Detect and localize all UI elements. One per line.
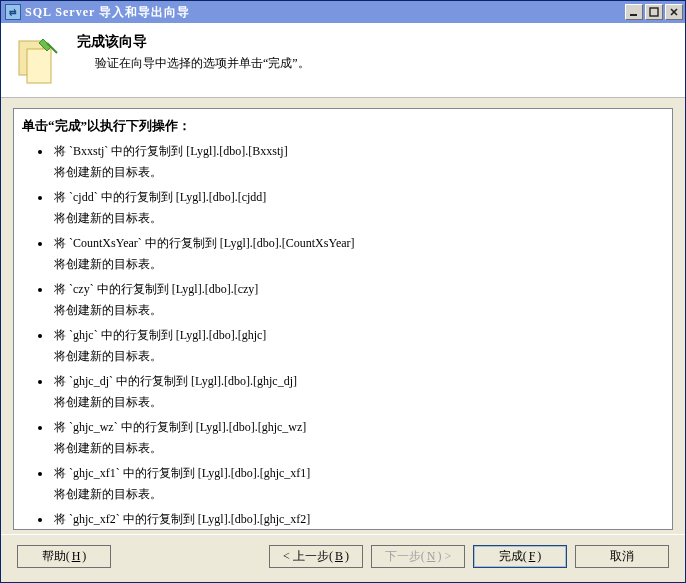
operation-item: 将 `ghjc_dj` 中的行复制到 [Lygl].[dbo].[ghjc_dj… (52, 373, 668, 411)
header-title: 完成该向导 (77, 33, 310, 51)
wizard-logo-icon (13, 37, 63, 87)
wizard-header: 完成该向导 验证在向导中选择的选项并单击“完成”。 (1, 23, 685, 98)
next-button[interactable]: 下一步(N) > (371, 545, 465, 568)
operation-copy-line: 将 `ghjc` 中的行复制到 [Lygl].[dbo].[ghjc] (54, 327, 668, 344)
operation-copy-line: 将 `cjdd` 中的行复制到 [Lygl].[dbo].[cjdd] (54, 189, 668, 206)
close-button[interactable] (665, 4, 683, 20)
cancel-button[interactable]: 取消 (575, 545, 669, 568)
operation-item: 将 `ghjc_xf1` 中的行复制到 [Lygl].[dbo].[ghjc_x… (52, 465, 668, 503)
operation-create-line: 将创建新的目标表。 (54, 302, 668, 319)
header-text: 完成该向导 验证在向导中选择的选项并单击“完成”。 (77, 31, 310, 72)
svg-rect-5 (27, 49, 51, 83)
operation-create-line: 将创建新的目标表。 (54, 440, 668, 457)
titlebar: ⇄ SQL Server 导入和导出向导 (1, 1, 685, 23)
header-subtitle: 验证在向导中选择的选项并单击“完成”。 (95, 55, 310, 72)
operation-item: 将 `cjdd` 中的行复制到 [Lygl].[dbo].[cjdd]将创建新的… (52, 189, 668, 227)
operation-item: 将 `ghjc_wz` 中的行复制到 [Lygl].[dbo].[ghjc_wz… (52, 419, 668, 457)
operation-create-line: 将创建新的目标表。 (54, 164, 668, 181)
operation-copy-line: 将 `ghjc_dj` 中的行复制到 [Lygl].[dbo].[ghjc_dj… (54, 373, 668, 390)
svg-rect-0 (630, 14, 637, 16)
operation-create-line: 将创建新的目标表。 (54, 394, 668, 411)
operation-create-line: 将创建新的目标表。 (54, 256, 668, 273)
operation-create-line: 将创建新的目标表。 (54, 486, 668, 503)
summary-panel[interactable]: 单击“完成”以执行下列操作： 将 `Bxxstj` 中的行复制到 [Lygl].… (13, 108, 673, 530)
back-button[interactable]: < 上一步(B) (269, 545, 363, 568)
minimize-button[interactable] (625, 4, 643, 20)
operation-item: 将 `ghjc` 中的行复制到 [Lygl].[dbo].[ghjc]将创建新的… (52, 327, 668, 365)
operation-item: 将 `CountXsYear` 中的行复制到 [Lygl].[dbo].[Cou… (52, 235, 668, 273)
operations-list: 将 `Bxxstj` 中的行复制到 [Lygl].[dbo].[Bxxstj]将… (18, 143, 668, 530)
wizard-window: ⇄ SQL Server 导入和导出向导 完成该向导 验证在向导中 (0, 0, 686, 583)
operation-item: 将 `czy` 中的行复制到 [Lygl].[dbo].[czy]将创建新的目标… (52, 281, 668, 319)
operation-item: 将 `ghjc_xf2` 中的行复制到 [Lygl].[dbo].[ghjc_x… (52, 511, 668, 530)
operation-create-line: 将创建新的目标表。 (54, 210, 668, 227)
summary-heading: 单击“完成”以执行下列操作： (22, 117, 668, 135)
maximize-button[interactable] (645, 4, 663, 20)
window-controls (625, 4, 683, 20)
operation-copy-line: 将 `ghjc_wz` 中的行复制到 [Lygl].[dbo].[ghjc_wz… (54, 419, 668, 436)
operation-copy-line: 将 `ghjc_xf2` 中的行复制到 [Lygl].[dbo].[ghjc_x… (54, 511, 668, 528)
svg-rect-1 (650, 8, 658, 16)
operation-copy-line: 将 `CountXsYear` 中的行复制到 [Lygl].[dbo].[Cou… (54, 235, 668, 252)
operation-create-line: 将创建新的目标表。 (54, 348, 668, 365)
operation-copy-line: 将 `ghjc_xf1` 中的行复制到 [Lygl].[dbo].[ghjc_x… (54, 465, 668, 482)
content-wrap: 单击“完成”以执行下列操作： 将 `Bxxstj` 中的行复制到 [Lygl].… (1, 98, 685, 534)
finish-button[interactable]: 完成(F) (473, 545, 567, 568)
operation-item: 将 `Bxxstj` 中的行复制到 [Lygl].[dbo].[Bxxstj]将… (52, 143, 668, 181)
wizard-footer: 帮助(H) < 上一步(B) 下一步(N) > 完成(F) 取消 (1, 534, 685, 582)
operation-copy-line: 将 `Bxxstj` 中的行复制到 [Lygl].[dbo].[Bxxstj] (54, 143, 668, 160)
window-title: SQL Server 导入和导出向导 (25, 4, 625, 21)
help-button[interactable]: 帮助(H) (17, 545, 111, 568)
app-icon: ⇄ (5, 4, 21, 20)
operation-copy-line: 将 `czy` 中的行复制到 [Lygl].[dbo].[czy] (54, 281, 668, 298)
